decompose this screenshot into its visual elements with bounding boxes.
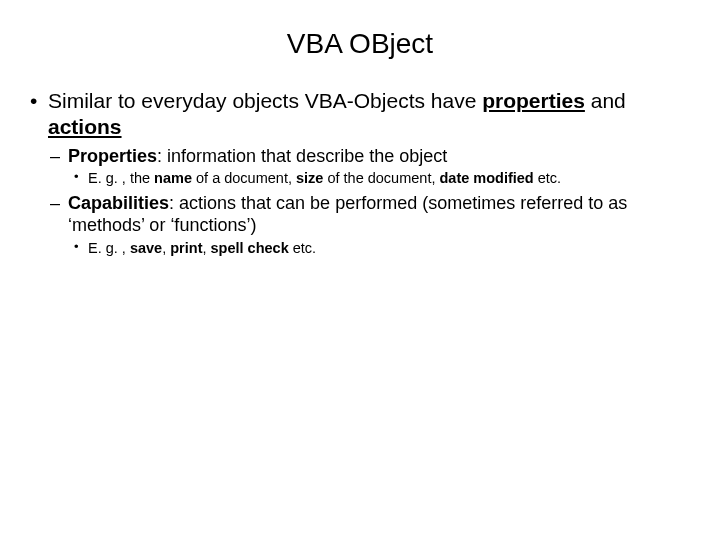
bullet-list-level3: E. g. , the name of a document, size of … bbox=[68, 169, 692, 188]
bullet-list-level1: Similar to everyday objects VBA-Objects … bbox=[28, 88, 692, 258]
text: : information that describe the object bbox=[157, 146, 447, 166]
text: etc. bbox=[538, 170, 561, 186]
bold-text: size bbox=[296, 170, 323, 186]
text: , bbox=[202, 240, 210, 256]
text: Similar to everyday objects VBA-Objects … bbox=[48, 89, 482, 112]
bullet-item-capabilities-example: E. g. , save, print, spell check etc. bbox=[74, 239, 692, 258]
bold-text: Capabilities bbox=[68, 193, 169, 213]
text: E. g. , bbox=[88, 240, 130, 256]
bullet-list-level3: E. g. , save, print, spell check etc. bbox=[68, 239, 692, 258]
bold-underline-text: actions bbox=[48, 115, 122, 138]
text: of the document, bbox=[323, 170, 439, 186]
bullet-item-properties-example: E. g. , the name of a document, size of … bbox=[74, 169, 692, 188]
bullet-list-level2: Properties: information that describe th… bbox=[48, 145, 692, 258]
bold-text: date modified bbox=[439, 170, 537, 186]
bold-text: save bbox=[130, 240, 162, 256]
text: etc. bbox=[293, 240, 316, 256]
bold-text: spell check bbox=[211, 240, 293, 256]
bold-underline-text: properties bbox=[482, 89, 585, 112]
slide: VBA OBject Similar to everyday objects V… bbox=[0, 0, 720, 540]
text: of a document, bbox=[192, 170, 296, 186]
bullet-item-capabilities: Capabilities: actions that can be perfor… bbox=[48, 192, 692, 258]
text: E. g. , the bbox=[88, 170, 154, 186]
bold-text: print bbox=[170, 240, 202, 256]
slide-title: VBA OBject bbox=[28, 28, 692, 60]
bold-text: Properties bbox=[68, 146, 157, 166]
bullet-item-properties: Properties: information that describe th… bbox=[48, 145, 692, 188]
text: and bbox=[585, 89, 626, 112]
bold-text: name bbox=[154, 170, 192, 186]
bullet-item-main: Similar to everyday objects VBA-Objects … bbox=[28, 88, 692, 258]
